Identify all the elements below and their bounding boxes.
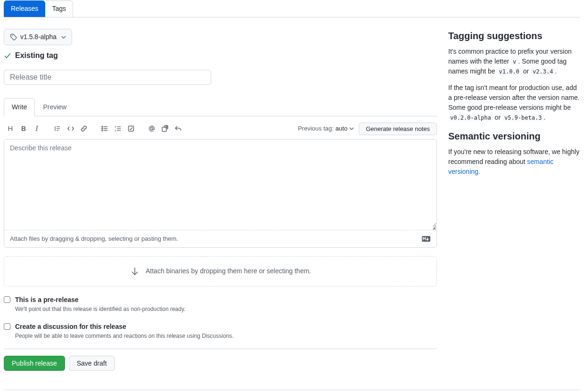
heading-icon[interactable]: H	[4, 122, 17, 135]
tagging-suggestions-text-2: If the tag isn't meant for production us…	[448, 83, 580, 122]
markdown-icon	[421, 236, 431, 242]
semantic-versioning-text: If you're new to releasing software, we …	[448, 147, 580, 177]
editor-tabs: Write Preview	[4, 98, 437, 116]
page-tabs: Releases Tags	[4, 0, 580, 17]
attach-files-label: Attach files by dragging & dropping, sel…	[10, 234, 178, 244]
tag-icon	[10, 33, 17, 41]
svg-text:1: 1	[115, 125, 116, 128]
caret-down-icon	[349, 127, 354, 130]
tag-selector-label: v1.5.8-alpha	[20, 32, 57, 42]
code-icon[interactable]	[64, 122, 77, 135]
mention-icon[interactable]	[145, 122, 158, 135]
svg-point-7	[102, 130, 103, 131]
release-title-input[interactable]	[4, 70, 211, 85]
svg-point-5	[102, 126, 103, 127]
svg-point-17	[151, 128, 153, 130]
existing-tag-status: Existing tag	[4, 50, 437, 61]
caret-down-icon	[61, 36, 66, 39]
quote-icon[interactable]	[51, 122, 64, 135]
reply-icon[interactable]	[172, 122, 185, 135]
discussion-label: Create a discussion for this release	[15, 322, 234, 332]
italic-icon[interactable]: I	[30, 122, 43, 135]
prerelease-label: This is a pre-release	[15, 295, 185, 305]
tab-releases[interactable]: Releases	[4, 0, 45, 17]
cross-reference-icon[interactable]	[158, 122, 172, 135]
previous-tag-selector[interactable]: Previous tag: auto	[298, 124, 354, 133]
tasklist-icon[interactable]	[124, 122, 138, 135]
tagging-suggestions-title: Tagging suggestions	[448, 29, 580, 43]
discussion-checkbox[interactable]	[4, 323, 10, 330]
check-icon	[4, 52, 11, 59]
svg-rect-16	[129, 126, 134, 131]
release-description-textarea[interactable]	[4, 139, 436, 227]
discussion-sublabel: People will be able to leave comments an…	[15, 332, 234, 340]
svg-text:2: 2	[115, 129, 116, 132]
link-icon[interactable]	[77, 122, 90, 135]
publish-release-button[interactable]: Publish release	[4, 356, 65, 371]
help-sidebar: Tagging suggestions It's common practice…	[448, 29, 580, 371]
prerelease-checkbox[interactable]	[4, 296, 10, 303]
attach-files-hint[interactable]: Attach files by dragging & dropping, sel…	[4, 230, 436, 247]
ordered-list-icon[interactable]: 12	[111, 122, 124, 135]
tab-preview[interactable]: Preview	[35, 98, 74, 116]
attach-binaries-dropzone[interactable]: Attach binaries by dropping them here or…	[4, 256, 437, 286]
previous-tag-label: Previous tag:	[298, 124, 334, 133]
divider	[4, 349, 437, 349]
attach-binaries-label: Attach binaries by dropping them here or…	[146, 266, 311, 276]
arrow-down-icon	[130, 266, 140, 277]
tab-tags[interactable]: Tags	[45, 0, 73, 17]
generate-release-notes-button[interactable]: Generate release notes	[359, 122, 437, 135]
release-description-editor: ◢ Attach files by dragging & dropping, s…	[4, 139, 437, 248]
page-footer	[4, 390, 580, 392]
svg-point-0	[12, 35, 13, 36]
semantic-versioning-title: Semantic versioning	[448, 129, 580, 143]
bold-icon[interactable]: B	[17, 122, 30, 135]
svg-point-6	[102, 128, 103, 129]
tag-selector[interactable]: v1.5.8-alpha	[4, 29, 72, 45]
tab-write[interactable]: Write	[4, 98, 35, 116]
prerelease-sublabel: We'll point out that this release is ide…	[15, 305, 185, 313]
previous-tag-value: auto	[336, 124, 347, 133]
tagging-suggestions-text-1: It's common practice to prefix your vers…	[448, 47, 580, 76]
existing-tag-label: Existing tag	[15, 50, 58, 61]
save-draft-button[interactable]: Save draft	[69, 356, 115, 371]
unordered-list-icon[interactable]	[98, 122, 111, 135]
markdown-toolbar: H B I 12	[4, 122, 185, 135]
